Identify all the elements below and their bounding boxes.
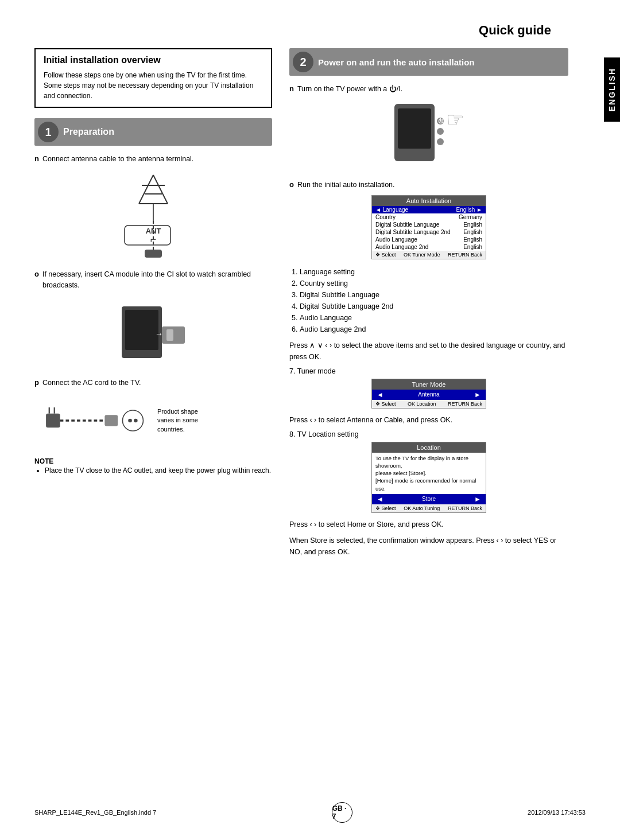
list-item-6: Audio Language 2nd bbox=[300, 324, 568, 335]
location-screen: Location To use the TV for the display i… bbox=[371, 442, 486, 513]
ci-illustration: → bbox=[116, 295, 191, 370]
svg-point-28 bbox=[437, 138, 444, 145]
svg-point-27 bbox=[437, 128, 444, 135]
page-footer: SHARP_LE144E_Rev1_GB_English.indd 7 GB ·… bbox=[34, 802, 586, 823]
step2-item-n: n Turn on the TV power with a ⏻/I. ☞ ⏻ /… bbox=[289, 84, 568, 173]
step1-item-n: n Connect antenna cable to the antenna t… bbox=[34, 154, 272, 261]
note-box: NOTE Place the TV close to the AC outlet… bbox=[34, 457, 272, 476]
step1-item-o: o If necessary, insert CA module into th… bbox=[34, 269, 272, 370]
note-item: Place the TV close to the AC outlet, and… bbox=[45, 465, 272, 476]
main-layout: Initial installation overview Follow the… bbox=[34, 48, 586, 562]
list-item-1: Language setting bbox=[300, 266, 568, 278]
svg-text:⌐: ⌐ bbox=[150, 234, 157, 245]
screen-row-al: Audio LanguageEnglish bbox=[372, 236, 486, 243]
step2-bullet-o: o bbox=[289, 180, 294, 189]
step1-text-p: Connect the AC cord to the TV. bbox=[42, 378, 141, 388]
step1-item-p: p Connect the AC cord to the TV. bbox=[34, 378, 272, 449]
step1-label: Preparation bbox=[63, 127, 114, 137]
location-footer: ❖ SelectOK Auto TuningRETURN Back bbox=[372, 504, 486, 512]
left-column: Initial installation overview Follow the… bbox=[34, 48, 272, 562]
svg-point-21 bbox=[122, 410, 143, 431]
step1-text-o: If necessary, insert CA module into the … bbox=[42, 269, 272, 291]
svg-text:→: → bbox=[155, 329, 163, 339]
location-label: 8. TV Location setting bbox=[289, 430, 568, 438]
location-title: Location bbox=[372, 442, 486, 453]
svg-point-22 bbox=[128, 419, 132, 423]
footer-filename: SHARP_LE144E_Rev1_GB_English.indd 7 bbox=[34, 809, 156, 816]
svg-rect-16 bbox=[46, 414, 60, 428]
tuner-press-note: Press ‹ › to select Antenna or Cable, an… bbox=[289, 414, 568, 426]
overview-box: Initial installation overview Follow the… bbox=[34, 48, 272, 108]
power-illustration: ☞ ⏻ /I bbox=[389, 98, 469, 173]
step1-header: 1 Preparation bbox=[34, 118, 272, 146]
screen-title: Auto Installation bbox=[372, 196, 486, 206]
install-steps-list: Language setting Country setting Digital… bbox=[300, 266, 568, 335]
svg-rect-25 bbox=[398, 108, 431, 149]
screen-row-country: CountryGermany bbox=[372, 213, 486, 221]
tuner-row-antenna: ◄ Antenna ► bbox=[372, 390, 486, 400]
svg-text:☞: ☞ bbox=[446, 108, 464, 131]
product-note: Product shape varies in some countries. bbox=[157, 407, 198, 434]
tuner-footer: ❖ SelectOK LocationRETURN Back bbox=[372, 400, 486, 408]
overview-body: Follow these steps one by one when using… bbox=[44, 70, 263, 101]
screen-row-dsl: Digital Subtitle LanguageEnglish bbox=[372, 221, 486, 228]
location-row-store: ◄ Store ► bbox=[372, 494, 486, 504]
tuner-label: 7. Tuner mode bbox=[289, 367, 568, 375]
svg-rect-7 bbox=[145, 250, 162, 258]
svg-point-23 bbox=[134, 419, 138, 423]
tuner-screen: Tuner Mode ◄ Antenna ► ❖ SelectOK Locati… bbox=[371, 379, 486, 409]
step2-text-o: Run the initial auto installation. bbox=[297, 180, 395, 190]
list-item-5: Audio Language bbox=[300, 312, 568, 324]
step2-bullet-n: n bbox=[289, 84, 294, 93]
tuner-title: Tuner Mode bbox=[372, 379, 486, 390]
right-column: 2 Power on and run the auto installation… bbox=[289, 48, 568, 562]
bullet-n: n bbox=[34, 154, 39, 163]
svg-text:/I: /I bbox=[440, 118, 443, 124]
press-select-note: Press ∧ ∨ ‹ › to select the above items … bbox=[289, 340, 568, 363]
step1-text-n: Connect antenna cable to the antenna ter… bbox=[42, 154, 193, 165]
screen-row-language: ◄ LanguageEnglish ► bbox=[372, 206, 486, 213]
location-press-note: Press ‹ › to select Home or Store, and p… bbox=[289, 519, 568, 530]
svg-rect-20 bbox=[104, 415, 118, 426]
footer-date: 2012/09/13 17:43:53 bbox=[528, 809, 586, 816]
svg-rect-14 bbox=[166, 329, 173, 341]
screen-row-dsl2: Digital Subtitle Language 2ndEnglish bbox=[372, 228, 486, 236]
svg-line-0 bbox=[139, 175, 153, 204]
screen-row-al2: Audio Language 2ndEnglish bbox=[372, 243, 486, 251]
antenna-illustration: ANT ⌐ bbox=[107, 169, 199, 261]
step2-text-n: Turn on the TV power with a ⏻/I. bbox=[297, 84, 402, 95]
step1-circle: 1 bbox=[38, 122, 59, 142]
ac-cord-illustration bbox=[44, 392, 147, 449]
page-number: GB · 7 bbox=[332, 802, 352, 823]
note-title: NOTE bbox=[34, 457, 53, 465]
quick-guide-title: Quick guide bbox=[34, 23, 586, 38]
location-body: To use the TV for the display in a store… bbox=[372, 453, 486, 494]
list-item-4: Digital Subtitle Language 2nd bbox=[300, 301, 568, 312]
side-language-label: ENGLISH bbox=[604, 57, 620, 122]
bullet-p: p bbox=[34, 378, 39, 387]
svg-rect-12 bbox=[125, 310, 158, 350]
list-item-2: Country setting bbox=[300, 278, 568, 289]
screen-footer: ❖ SelectOK Tuner ModeRETURN Back bbox=[372, 251, 486, 259]
step2-item-o: o Run the initial auto installation. Aut… bbox=[289, 180, 568, 259]
step2-label: Power on and run the auto installation bbox=[318, 57, 475, 67]
store-note: When Store is selected, the confirmation… bbox=[289, 535, 568, 558]
svg-line-1 bbox=[153, 175, 168, 204]
list-item-3: Digital Subtitle Language bbox=[300, 289, 568, 301]
bullet-o: o bbox=[34, 270, 39, 278]
overview-title: Initial installation overview bbox=[44, 55, 263, 65]
step2-header: 2 Power on and run the auto installation bbox=[289, 48, 568, 76]
step2-circle: 2 bbox=[293, 52, 313, 72]
auto-install-screen: Auto Installation ◄ LanguageEnglish ► Co… bbox=[371, 195, 486, 259]
